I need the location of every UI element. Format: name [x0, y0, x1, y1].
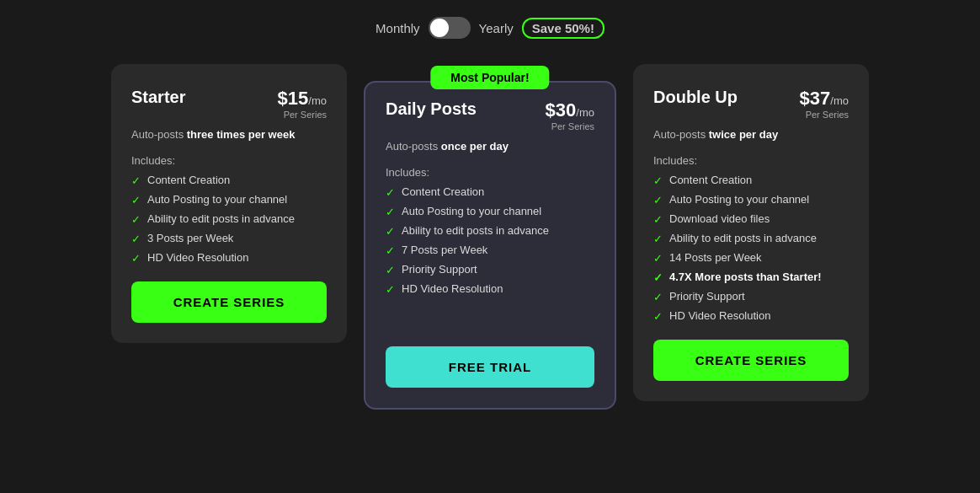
- check-icon: ✓: [653, 213, 663, 226]
- billing-toggle-row: Monthly Yearly Save 50%!: [375, 17, 605, 39]
- daily-posts-free-trial-button[interactable]: FREE TRIAL: [386, 346, 594, 388]
- check-icon: ✓: [386, 264, 395, 276]
- check-icon: ✓: [653, 194, 663, 206]
- double-up-price-per: Per Series: [800, 110, 849, 120]
- double-up-card-header: Double Up $37/mo Per Series: [653, 88, 849, 120]
- check-icon: ✓: [386, 225, 395, 238]
- daily-posts-price: $30/mo: [546, 99, 594, 121]
- list-item: ✓Auto Posting to your channel: [653, 193, 849, 206]
- check-icon: ✓: [653, 271, 663, 284]
- starter-create-button[interactable]: CREATE SERIES: [131, 281, 327, 323]
- yearly-label: Yearly: [479, 21, 514, 35]
- double-up-create-button[interactable]: CREATE SERIES: [653, 340, 849, 381]
- starter-card: Starter $15/mo Per Series Auto-posts thr…: [111, 64, 347, 343]
- daily-posts-card-header: Daily Posts $30/mo Per Series: [386, 99, 594, 131]
- most-popular-badge: Most Popular!: [430, 66, 549, 89]
- double-up-autopost: Auto-posts twice per day: [653, 128, 849, 141]
- check-icon: ✓: [386, 206, 395, 218]
- daily-posts-plan-name: Daily Posts: [386, 99, 477, 119]
- list-item: ✓Priority Support: [386, 263, 594, 276]
- list-item: ✓Content Creation: [131, 174, 327, 187]
- list-item: ✓Download video files: [653, 212, 849, 226]
- starter-features-list: ✓Content Creation ✓Auto Posting to your …: [131, 174, 327, 265]
- double-up-includes-label: Includes:: [653, 154, 849, 167]
- daily-posts-autopost: Auto-posts once per day: [386, 140, 594, 153]
- list-item: ✓4.7X More posts than Starter!: [653, 271, 849, 284]
- daily-posts-price-per: Per Series: [546, 121, 594, 131]
- list-item: ✓14 Posts per Week: [653, 251, 849, 265]
- starter-plan-name: Starter: [131, 88, 185, 107]
- check-icon: ✓: [653, 310, 663, 323]
- list-item: ✓Auto Posting to your channel: [386, 205, 594, 218]
- list-item: ✓Priority Support: [653, 290, 849, 303]
- list-item: ✓HD Video Resolution: [131, 251, 327, 265]
- check-icon: ✓: [131, 252, 141, 265]
- daily-posts-includes-label: Includes:: [386, 166, 594, 179]
- starter-includes-label: Includes:: [131, 154, 327, 167]
- starter-price: $15/mo: [278, 88, 327, 110]
- double-up-price: $37/mo: [800, 88, 849, 110]
- daily-posts-features-list: ✓Content Creation ✓Auto Posting to your …: [386, 185, 594, 296]
- double-up-plan-name: Double Up: [653, 88, 738, 107]
- list-item: ✓7 Posts per Week: [386, 244, 594, 257]
- check-icon: ✓: [131, 233, 141, 245]
- save-badge: Save 50%!: [522, 18, 605, 39]
- check-icon: ✓: [653, 291, 663, 303]
- check-icon: ✓: [131, 174, 141, 187]
- starter-card-header: Starter $15/mo Per Series: [131, 88, 327, 120]
- check-icon: ✓: [131, 213, 141, 226]
- double-up-card: Double Up $37/mo Per Series Auto-posts t…: [633, 64, 869, 401]
- list-item: ✓Auto Posting to your channel: [131, 193, 327, 206]
- daily-posts-price-block: $30/mo Per Series: [546, 99, 594, 131]
- list-item: ✓HD Video Resolution: [386, 282, 594, 296]
- check-icon: ✓: [653, 233, 663, 245]
- list-item: ✓Ability to edit posts in advance: [653, 232, 849, 245]
- daily-posts-card: Most Popular! Daily Posts $30/mo Per Ser…: [364, 81, 616, 410]
- list-item: ✓Ability to edit posts in advance: [386, 224, 594, 238]
- list-item: ✓3 Posts per Week: [131, 232, 327, 245]
- pricing-cards-container: Starter $15/mo Per Series Auto-posts thr…: [111, 64, 869, 410]
- list-item: ✓Content Creation: [386, 185, 594, 199]
- list-item: ✓Content Creation: [653, 174, 849, 187]
- check-icon: ✓: [653, 174, 663, 187]
- check-icon: ✓: [386, 244, 395, 257]
- list-item: ✓Ability to edit posts in advance: [131, 212, 327, 226]
- starter-price-block: $15/mo Per Series: [278, 88, 327, 120]
- starter-price-per: Per Series: [278, 110, 327, 120]
- double-up-price-block: $37/mo Per Series: [800, 88, 849, 120]
- toggle-knob: [430, 19, 449, 37]
- monthly-label: Monthly: [375, 21, 420, 35]
- list-item: ✓HD Video Resolution: [653, 309, 849, 323]
- check-icon: ✓: [653, 252, 663, 265]
- billing-toggle-switch[interactable]: [429, 17, 471, 39]
- check-icon: ✓: [131, 194, 141, 206]
- check-icon: ✓: [386, 186, 395, 199]
- starter-autopost: Auto-posts three times per week: [131, 128, 327, 141]
- double-up-features-list: ✓Content Creation ✓Auto Posting to your …: [653, 174, 849, 323]
- check-icon: ✓: [386, 283, 395, 296]
